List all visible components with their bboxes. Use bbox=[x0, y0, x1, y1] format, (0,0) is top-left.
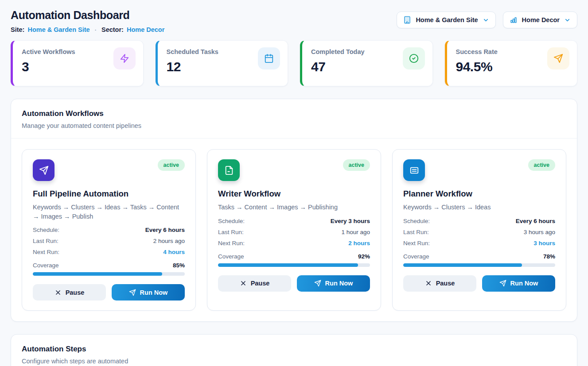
schedule-value: Every 6 hours bbox=[516, 218, 555, 224]
coverage-progress-track bbox=[403, 263, 555, 267]
pause-button[interactable]: Pause bbox=[218, 275, 291, 292]
coverage-progress-fill bbox=[403, 263, 522, 267]
site-link[interactable]: Home & Garden Site bbox=[27, 26, 90, 33]
site-selector-label: Home & Garden Site bbox=[416, 16, 478, 23]
next-run-value: 3 hours bbox=[533, 240, 555, 247]
x-icon bbox=[240, 280, 247, 287]
next-run-row: Next Run: 2 hours bbox=[218, 240, 370, 247]
last-run-row: Last Run: 2 hours ago bbox=[33, 238, 185, 244]
status-badge: active bbox=[343, 159, 370, 171]
pause-button[interactable]: Pause bbox=[403, 275, 476, 292]
calendar-icon bbox=[258, 47, 280, 69]
coverage-row: Coverage 85% bbox=[33, 262, 185, 269]
workflow-description: Keywords → Clusters → Ideas → Tasks → Co… bbox=[33, 203, 185, 221]
stats-row: Active Workflows 3 Scheduled Tasks 12 Co… bbox=[11, 40, 577, 86]
stat-card-completed-today: Completed Today 47 bbox=[300, 40, 433, 86]
stat-card-scheduled-tasks: Scheduled Tasks 12 bbox=[156, 40, 288, 86]
breadcrumb: Site: Home & Garden Site · Sector: Home … bbox=[11, 26, 164, 33]
coverage-row: Coverage 78% bbox=[403, 253, 555, 260]
x-icon bbox=[425, 280, 432, 287]
send-icon bbox=[499, 280, 506, 287]
workflows-panel-header: Automation Workflows Manage your automat… bbox=[11, 99, 577, 139]
automation-workflows-panel: Automation Workflows Manage your automat… bbox=[11, 99, 577, 322]
check-circle-icon bbox=[403, 47, 425, 69]
next-run-row: Next Run: 3 hours bbox=[403, 240, 555, 247]
schedule-row: Schedule: Every 3 hours bbox=[218, 218, 370, 224]
schedule-row: Schedule: Every 6 hours bbox=[403, 218, 555, 224]
next-run-row: Next Run: 4 hours bbox=[33, 249, 185, 255]
site-selector-dropdown[interactable]: Home & Garden Site bbox=[397, 12, 495, 28]
workflows-panel-title: Automation Workflows bbox=[22, 109, 566, 118]
coverage-progress-fill bbox=[218, 263, 358, 267]
run-now-button[interactable]: Run Now bbox=[112, 284, 185, 301]
run-now-button[interactable]: Run Now bbox=[297, 275, 370, 292]
status-badge: active bbox=[158, 159, 185, 171]
coverage-progress-track bbox=[33, 272, 185, 276]
workflow-description: Keywords → Clusters → Ideas bbox=[403, 203, 555, 212]
stat-card-active-workflows: Active Workflows 3 bbox=[11, 40, 144, 86]
page-title: Automation Dashboard bbox=[11, 9, 164, 22]
sector-link[interactable]: Home Decor bbox=[127, 26, 164, 33]
sector-selector-label: Home Decor bbox=[522, 16, 560, 23]
coverage-value: 92% bbox=[358, 253, 370, 260]
building-icon bbox=[403, 16, 411, 24]
sector-selector-dropdown[interactable]: Home Decor bbox=[503, 12, 577, 28]
pause-button[interactable]: Pause bbox=[33, 284, 106, 301]
coverage-progress-track bbox=[218, 263, 370, 267]
workflow-card-writer: active Writer Workflow Tasks → Content →… bbox=[207, 149, 381, 311]
header-actions: Home & Garden Site Home Decor bbox=[397, 12, 577, 28]
sector-label: Sector: bbox=[101, 26, 124, 33]
steps-panel-header: Automation Steps Configure which steps a… bbox=[11, 335, 577, 366]
last-run-value: 1 hour ago bbox=[341, 229, 370, 235]
list-icon bbox=[403, 159, 425, 181]
page-header: Automation Dashboard Site: Home & Garden… bbox=[11, 9, 577, 33]
last-run-value: 3 hours ago bbox=[524, 229, 555, 235]
coverage-value: 85% bbox=[173, 262, 185, 269]
coverage-value: 78% bbox=[543, 253, 555, 260]
last-run-row: Last Run: 1 hour ago bbox=[218, 229, 370, 235]
send-icon bbox=[547, 47, 569, 69]
document-icon bbox=[218, 159, 240, 181]
workflow-title: Planner Workflow bbox=[403, 189, 555, 199]
last-run-value: 2 hours ago bbox=[153, 238, 185, 244]
workflow-card-full-pipeline: active Full Pipeline Automation Keywords… bbox=[22, 149, 196, 311]
send-icon bbox=[314, 280, 321, 287]
x-icon bbox=[55, 289, 62, 296]
last-run-row: Last Run: 3 hours ago bbox=[403, 229, 555, 235]
schedule-value: Every 6 hours bbox=[145, 227, 185, 233]
workflow-title: Writer Workflow bbox=[218, 189, 370, 199]
stat-card-success-rate: Success Rate 94.5% bbox=[445, 40, 578, 86]
chevron-down-icon bbox=[483, 17, 489, 23]
automation-steps-panel: Automation Steps Configure which steps a… bbox=[11, 334, 577, 366]
workflow-card-planner: active Planner Workflow Keywords → Clust… bbox=[392, 149, 566, 311]
workflows-panel-subtitle: Manage your automated content pipelines bbox=[22, 122, 566, 129]
schedule-row: Schedule: Every 6 hours bbox=[33, 227, 185, 233]
next-run-value: 4 hours bbox=[163, 249, 185, 255]
send-icon bbox=[129, 289, 136, 296]
steps-panel-title: Automation Steps bbox=[22, 345, 566, 354]
workflows-grid: active Full Pipeline Automation Keywords… bbox=[11, 139, 577, 321]
workflow-title: Full Pipeline Automation bbox=[33, 189, 185, 199]
bar-chart-icon bbox=[510, 16, 518, 24]
send-icon bbox=[33, 159, 55, 181]
workflow-description: Tasks → Content → Images → Publishing bbox=[218, 203, 370, 212]
steps-panel-subtitle: Configure which steps are automated bbox=[22, 358, 566, 365]
status-badge: active bbox=[528, 159, 555, 171]
schedule-value: Every 3 hours bbox=[331, 218, 370, 224]
coverage-progress-fill bbox=[33, 272, 162, 276]
chevron-down-icon bbox=[564, 17, 571, 23]
site-label: Site: bbox=[11, 26, 24, 33]
coverage-row: Coverage 92% bbox=[218, 253, 370, 260]
run-now-button[interactable]: Run Now bbox=[482, 275, 555, 292]
next-run-value: 2 hours bbox=[348, 240, 370, 247]
dot-separator: · bbox=[93, 27, 98, 33]
lightning-icon bbox=[113, 47, 136, 69]
automation-dashboard-page: Automation Dashboard Site: Home & Garden… bbox=[0, 0, 588, 366]
header-left: Automation Dashboard Site: Home & Garden… bbox=[11, 9, 164, 33]
